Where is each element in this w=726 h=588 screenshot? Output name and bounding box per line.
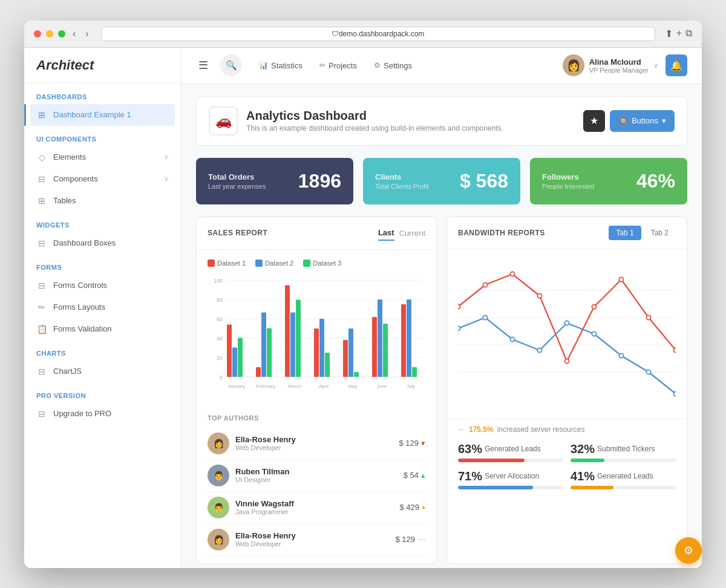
sidebar-item-chartjs[interactable]: ⊟ ChartJS (24, 361, 181, 382)
author-info: Ella-Rose Henry Web Developer (235, 435, 296, 451)
stat-info: Clients Total Clients Profit (375, 172, 429, 190)
stat-pct: 32% (571, 442, 595, 456)
forward-button[interactable]: › (83, 27, 91, 41)
svg-text:May: May (348, 384, 357, 389)
svg-rect-18 (285, 285, 290, 377)
nav-projects[interactable]: ✏ Projects (312, 57, 364, 74)
svg-rect-16 (261, 312, 266, 377)
svg-rect-26 (354, 372, 359, 377)
forms-validation-icon: 📋 (36, 324, 47, 335)
new-tab-icon[interactable]: + (676, 28, 682, 39)
stat-item-submitted-tickers: 32% Submitted Tickers (571, 442, 676, 462)
author-role: Web Developer (235, 540, 296, 547)
top-authors-label: TOP AUTHORS (208, 414, 425, 422)
notification-button[interactable]: 🔔 (666, 54, 687, 76)
svg-rect-23 (325, 353, 330, 377)
tab-current[interactable]: Current (399, 226, 425, 241)
share-icon[interactable]: ⬆ (665, 28, 673, 39)
author-name: Ruben Tillman (235, 467, 289, 476)
search-button[interactable]: 🔍 (220, 54, 242, 76)
svg-rect-21 (314, 328, 319, 377)
nav-statistics[interactable]: 📊 Statistics (252, 57, 310, 74)
star-button[interactable]: ★ (583, 110, 605, 132)
upgrade-icon: ⊟ (36, 408, 47, 419)
sales-report-title: SALES REPORT (208, 229, 267, 237)
dashboard-boxes-icon: ⊟ (36, 238, 47, 249)
svg-text:June: June (376, 384, 387, 389)
svg-rect-25 (348, 328, 353, 377)
author-amount: $ 54 ▴ (404, 471, 425, 480)
svg-point-51 (646, 315, 650, 319)
browser-controls: ‹ › 🛡 demo.dashboardpack.com ⬆ + ⧉ (34, 27, 692, 41)
sidebar-item-label: Elements (53, 152, 86, 162)
stat-info: Total Orders Last year expenses (208, 172, 266, 190)
bandwidth-tab1[interactable]: Tab 1 (609, 226, 641, 240)
sidebar-item-tables[interactable]: ⊞ Tables (24, 190, 181, 212)
tab-last[interactable]: Last (378, 226, 394, 241)
page-header-left: 🚗 Analytics Dashboard This is an example… (209, 106, 503, 136)
settings-icon: ⚙ (374, 61, 381, 70)
buttons-label: Buttons (632, 116, 658, 125)
sidebar-item-forms-layouts[interactable]: ✏ Forms Layouts (24, 296, 181, 318)
svg-point-57 (564, 321, 569, 325)
amount-value: $ 129 (399, 439, 419, 448)
author-amount: $ 129 ▾ (399, 439, 425, 448)
address-bar[interactable]: 🛡 demo.dashboardpack.com (101, 27, 655, 41)
section-pro-version: PRO VERSION (24, 382, 181, 403)
section-forms: FORMS (24, 254, 181, 275)
user-info[interactable]: 👩 Alina Mclourd VP People Manager ∨ (563, 54, 658, 76)
stat-card-clients: Clients Total Clients Profit $ 568 (363, 158, 520, 204)
sidebar-item-elements[interactable]: ◇ Elements ∨ (24, 146, 181, 168)
components-icon: ⊟ (36, 174, 47, 185)
back-button[interactable]: ‹ (70, 27, 78, 41)
author-avatar: 👩 (208, 433, 229, 454)
nav-links: 📊 Statistics ✏ Projects ⚙ Settings (252, 57, 419, 74)
stat-sub: Last year expenses (208, 183, 266, 190)
author-info: Ruben Tillman UI Designer (235, 467, 289, 483)
windows-icon[interactable]: ⧉ (685, 28, 692, 39)
nav-settings[interactable]: ⚙ Settings (367, 57, 419, 74)
svg-text:20: 20 (217, 355, 223, 361)
svg-point-50 (619, 277, 623, 281)
url-text: demo.dashboardpack.com (339, 30, 424, 38)
svg-point-58 (592, 332, 596, 336)
sidebar-item-upgrade-pro[interactable]: ⊟ Upgrade to PRO (24, 403, 181, 425)
stat-sub: People Interested (542, 183, 594, 190)
logo-text: Architect (36, 57, 94, 73)
buttons-chevron-icon: ▾ (662, 116, 666, 125)
svg-rect-27 (372, 317, 377, 377)
fab-settings-button[interactable]: ⚙ (675, 537, 702, 564)
projects-icon: ✏ (319, 61, 325, 70)
sidebar-item-forms-validation[interactable]: 📋 Forms Validation (24, 318, 181, 340)
maximize-dot[interactable] (58, 30, 65, 38)
close-dot[interactable] (34, 30, 41, 38)
sidebar-item-dashboard-boxes[interactable]: ⊟ Dashboard Boxes (24, 232, 181, 254)
bandwidth-tab2[interactable]: Tab 2 (644, 226, 676, 240)
sidebar-item-label: Forms Validation (53, 324, 112, 333)
chart-legend: Dataset 1 Dataset 2 Dataset 3 (208, 260, 425, 267)
stats-row: Total Orders Last year expenses 1896 Cli… (196, 158, 687, 204)
browser-chrome: ‹ › 🛡 demo.dashboardpack.com ⬆ + ⧉ (24, 21, 702, 48)
sales-report-header: SALES REPORT Last Current (197, 217, 436, 250)
stat-label-text: Server Allocation (485, 472, 539, 480)
browser-window: ‹ › 🛡 demo.dashboardpack.com ⬆ + ⧉ Archi… (24, 21, 702, 568)
sidebar-item-dashboard-example[interactable]: ⊞ Dashboard Example 1 (30, 104, 175, 126)
progress-fill (458, 459, 525, 462)
author-avatar: 👩 (208, 529, 229, 550)
legend-dataset3: Dataset 3 (303, 260, 341, 267)
bandwidth-note-text: increased server resources (497, 425, 585, 434)
sidebar-item-forms-controls[interactable]: ⊟ Forms Controls (24, 275, 181, 296)
author-amount: $ 429 ● (399, 503, 425, 512)
svg-rect-15 (256, 367, 261, 377)
hamburger-button[interactable]: ☰ (196, 56, 211, 74)
svg-text:40: 40 (217, 336, 223, 342)
minimize-dot[interactable] (46, 30, 53, 38)
buttons-dropdown[interactable]: 🔘 Buttons ▾ (610, 110, 675, 132)
svg-text:April: April (319, 384, 329, 389)
stat-label-text: Generated Leads (485, 445, 541, 453)
svg-text:January: January (228, 384, 245, 389)
stat-item-label: 71% Server Allocation (458, 469, 563, 483)
sidebar-item-components[interactable]: ⊟ Components ∨ (24, 168, 181, 190)
stat-item-label: 41% Generated Leads (571, 469, 676, 483)
stat-info: Followers People Interested (542, 172, 594, 190)
